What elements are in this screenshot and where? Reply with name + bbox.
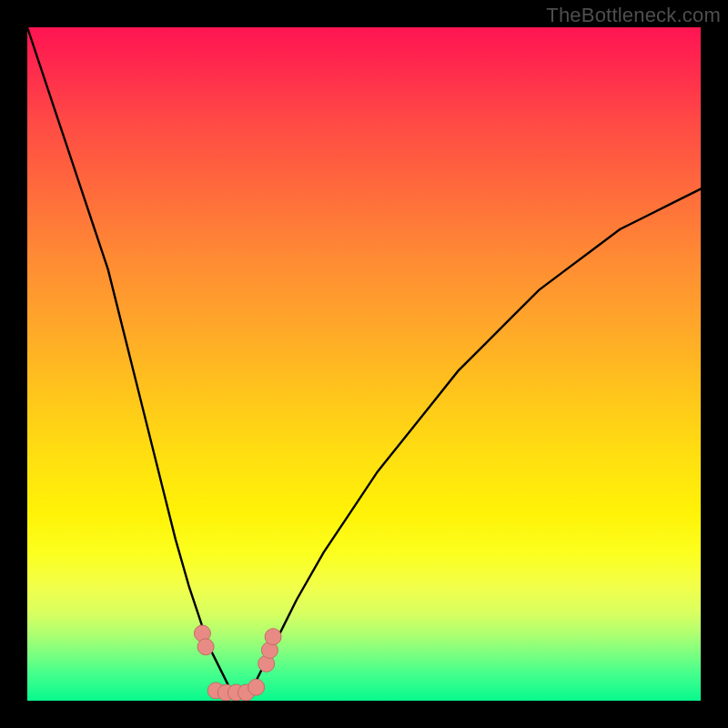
- plot-area: [27, 27, 701, 701]
- bottleneck-curve-svg: [27, 27, 701, 701]
- curve-marker: [265, 629, 281, 645]
- bottleneck-curve-path: [27, 27, 701, 694]
- curve-markers: [194, 625, 281, 701]
- curve-marker: [197, 639, 214, 655]
- curve-marker: [248, 679, 265, 695]
- chart-frame: TheBottleneck.com: [0, 0, 728, 728]
- watermark-text: TheBottleneck.com: [546, 4, 721, 27]
